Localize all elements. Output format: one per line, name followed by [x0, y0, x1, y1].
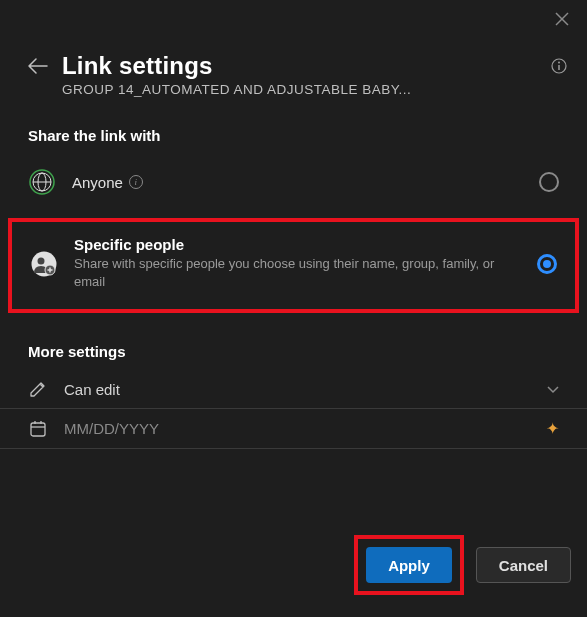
cancel-button[interactable]: Cancel — [476, 547, 571, 583]
calendar-icon — [28, 420, 48, 438]
pencil-icon — [28, 380, 48, 398]
share-section-label: Share the link with — [0, 97, 587, 158]
sparkle-icon: ✦ — [546, 419, 559, 438]
share-option-anyone[interactable]: Anyone i — [0, 158, 587, 206]
date-placeholder: MM/DD/YYYY — [64, 420, 530, 437]
share-option-specific[interactable]: Specific people Share with specific peop… — [30, 236, 557, 291]
svg-rect-14 — [31, 423, 45, 436]
svg-point-3 — [558, 62, 560, 64]
svg-point-10 — [38, 257, 45, 264]
option-anyone-title: Anyone i — [72, 174, 523, 191]
page-title: Link settings — [62, 52, 537, 80]
expiry-date-input[interactable]: MM/DD/YYYY ✦ — [0, 409, 587, 449]
permission-dropdown[interactable]: Can edit — [0, 370, 587, 409]
radio-anyone[interactable] — [539, 172, 559, 192]
page-subtitle: GROUP 14_AUTOMATED AND ADJUSTABLE BABY..… — [62, 82, 537, 97]
info-icon: i — [129, 175, 143, 189]
info-button[interactable] — [551, 58, 567, 78]
more-settings-label: More settings — [0, 319, 587, 370]
highlight-apply: Apply — [354, 535, 464, 595]
option-specific-desc: Share with specific people you choose us… — [74, 255, 521, 291]
apply-button[interactable]: Apply — [366, 547, 452, 583]
highlight-specific-people: Specific people Share with specific peop… — [8, 218, 579, 313]
permission-value: Can edit — [64, 381, 531, 398]
back-button[interactable] — [28, 58, 48, 78]
radio-specific[interactable] — [537, 254, 557, 274]
globe-icon — [28, 168, 56, 196]
people-icon — [30, 250, 58, 278]
close-button[interactable] — [553, 10, 571, 28]
option-specific-title: Specific people — [74, 236, 521, 253]
chevron-down-icon — [547, 380, 559, 398]
